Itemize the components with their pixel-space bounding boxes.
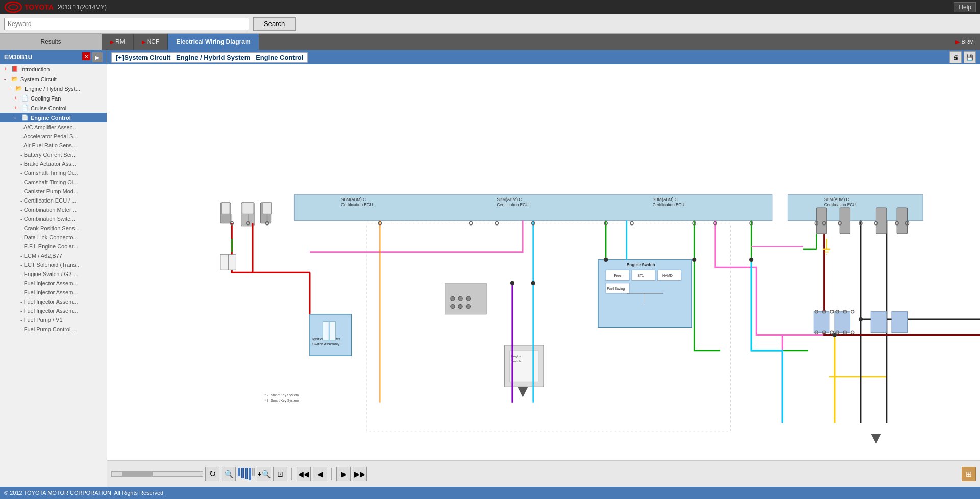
tab-ncf[interactable]: ▶ NCF [134, 34, 168, 50]
svg-point-0 [5, 2, 21, 12]
save-button[interactable]: 💾 [964, 51, 976, 63]
fit-button[interactable]: ⊡ [273, 467, 287, 481]
diagram-canvas[interactable]: SBM(ABM) C Certification ECU SBM(ABM) C … [107, 64, 980, 460]
zoom-bars [238, 468, 255, 480]
search-button[interactable]: Search [253, 17, 296, 31]
tab-brm[interactable]: ▶ BRM [949, 39, 980, 45]
expand-icon-cf: + [14, 95, 19, 101]
svg-point-44 [466, 304, 470, 308]
svg-rect-59 [222, 203, 230, 214]
sidebar-subitem-canister[interactable]: - Canister Pump Mod... [0, 187, 107, 196]
searchbar: Search [0, 14, 980, 34]
svg-rect-56 [840, 208, 850, 234]
help-button[interactable]: Help [954, 2, 976, 12]
sidebar-item-cruise-control[interactable]: + 📄 Cruise Control [0, 103, 107, 113]
next-button[interactable]: ▶ [336, 467, 351, 481]
sidebar-subitem-fuelpump[interactable]: - Fuel Pump / V1 [0, 315, 107, 325]
sidebar-header: EM30B1U ✕ ▶ [0, 50, 107, 64]
sidebar-subitem-ac[interactable]: - A/C Amplifier Assen... [0, 122, 107, 132]
sidebar-next-button[interactable]: ▶ [92, 52, 103, 62]
diagram-bottom-toolbar: ↻ 🔍 +🔍 ⊡ ◀◀ ◀ ▶ ▶▶ ⊞ [107, 460, 980, 487]
zoom-bar-3 [245, 468, 248, 479]
next-section-button[interactable]: ▶▶ [353, 467, 367, 481]
svg-rect-91 [892, 312, 908, 333]
zoom-out-button[interactable]: 🔍 [222, 467, 236, 481]
sidebar-subitem-fuel3[interactable]: - Fuel Injector Assem... [0, 297, 107, 306]
tab-diagram[interactable]: Electrical Wiring Diagram [168, 34, 259, 50]
svg-text:SBM(ABM) C: SBM(ABM) C [341, 197, 366, 202]
svg-rect-55 [816, 208, 826, 234]
zoom-bar-5 [252, 468, 255, 476]
search-input[interactable] [4, 18, 249, 30]
svg-text:SBM(ABM) C: SBM(ABM) C [824, 197, 849, 202]
sidebar-subitem-efi[interactable]: - E.F.I. Engine Coolar... [0, 242, 107, 251]
sidebar-subitem-ect[interactable]: - ECT Solenoid (Trans... [0, 260, 107, 269]
horizontal-scrollbar[interactable] [111, 471, 203, 477]
svg-point-41 [466, 296, 470, 301]
svg-text:Certification ECU: Certification ECU [341, 203, 373, 207]
svg-point-47 [510, 281, 514, 285]
zoom-bar-2 [241, 468, 244, 478]
doc-icon-cc: 📄 [21, 105, 29, 111]
svg-point-49 [692, 258, 696, 262]
sidebar-subitem-brake[interactable]: - Brake Actuator Ass... [0, 159, 107, 168]
sidebar-subitem-ecm[interactable]: - ECM / A62,B77 [0, 251, 107, 260]
svg-text:NAMD: NAMD [662, 274, 673, 278]
svg-point-50 [749, 258, 753, 262]
sidebar-subitem-crank[interactable]: - Crank Position Sens... [0, 223, 107, 233]
sidebar-subitem-fuel4[interactable]: - Fuel Injector Assem... [0, 306, 107, 315]
svg-rect-57 [876, 208, 886, 234]
refresh-button[interactable]: ↻ [205, 467, 219, 481]
zoom-in-button[interactable]: +🔍 [257, 467, 271, 481]
sidebar: EM30B1U ✕ ▶ + 📕 Introduction - 📂 System … [0, 50, 107, 487]
tab-rm[interactable]: ▶ RM [102, 34, 134, 50]
svg-text:SBM(ABM) C: SBM(ABM) C [497, 197, 522, 202]
sidebar-item-cooling-fan[interactable]: + 📄 Cooling Fan [0, 93, 107, 103]
footer-copyright: © 2012 TOYOTA MOTOR CORPORATION. All Rig… [4, 490, 165, 496]
sidebar-subitem-engineswitch[interactable]: - Engine Switch / G2-... [0, 269, 107, 279]
sidebar-item-introduction[interactable]: + 📕 Introduction [0, 64, 107, 74]
zoom-bar-4 [249, 468, 251, 480]
svg-point-43 [458, 304, 462, 308]
svg-text:* 3: Smart Key System: * 3: Smart Key System [264, 398, 299, 403]
topbar: TOYOTA 2013.11(2014MY) Help [0, 0, 980, 14]
sidebar-subitem-datalink[interactable]: - Data Link Connecto... [0, 233, 107, 242]
sidebar-subitem-cert[interactable]: - Certification ECU / ... [0, 196, 107, 205]
svg-text:Fuel Saving: Fuel Saving [607, 287, 625, 291]
sidebar-subitem-combswitch[interactable]: - Combination Switc... [0, 214, 107, 223]
print-button[interactable]: 🖨 [949, 51, 962, 63]
tabbar: Results ▶ RM ▶ NCF Electrical Wiring Dia… [0, 34, 980, 50]
page-expand-button[interactable]: ⊞ [962, 467, 976, 481]
prev-button[interactable]: ◀ [313, 467, 327, 481]
expand-icon: + [4, 66, 9, 72]
footer: © 2012 TOYOTA MOTOR CORPORATION. All Rig… [0, 487, 980, 499]
sidebar-close-button[interactable]: ✕ [82, 52, 90, 60]
tab-right: ▶ BRM [949, 34, 980, 50]
sidebar-subitem-fuel1[interactable]: - Fuel Injector Assem... [0, 279, 107, 288]
svg-text:ST1: ST1 [637, 274, 644, 278]
toyota-logo-icon [4, 1, 22, 13]
sidebar-subitem-combmeter[interactable]: - Combination Meter ... [0, 205, 107, 214]
diagram-title: [+]System Circuit Engine / Hybrid System… [111, 52, 308, 63]
sidebar-subitem-accel[interactable]: - Accelerator Pedal S... [0, 132, 107, 141]
bottom-controls: ↻ 🔍 +🔍 ⊡ ◀◀ ◀ ▶ ▶▶ ⊞ [111, 467, 976, 481]
right-buttons: ⊞ [962, 467, 976, 481]
sidebar-subitem-fuel2[interactable]: - Fuel Injector Assem... [0, 288, 107, 297]
doc-icon-cf: 📄 [21, 95, 29, 102]
sidebar-subitem-cam2[interactable]: - Camshaft Timing Oi... [0, 178, 107, 187]
sidebar-subitem-cam1[interactable]: - Camshaft Timing Oi... [0, 168, 107, 178]
sidebar-item-engine-control[interactable]: - 📄 Engine Control [0, 113, 107, 122]
svg-rect-58 [897, 208, 907, 234]
sidebar-item-engine-hybrid[interactable]: - 📂 Engine / Hybrid Syst... [0, 84, 107, 93]
sidebar-subitem-fuelpumpctrl[interactable]: - Fuel Pump Control ... [0, 325, 107, 334]
sidebar-subitem-airfuel[interactable]: - Air Fuel Ratio Sens... [0, 141, 107, 150]
folder-icon-eh: 📂 [15, 85, 22, 92]
year-label: 2013.11(2014MY) [58, 4, 107, 11]
sidebar-subitem-battery[interactable]: - Battery Current Ser... [0, 150, 107, 159]
separator2 [331, 468, 332, 480]
svg-point-52 [859, 317, 863, 321]
prev-section-button[interactable]: ◀◀ [297, 467, 311, 481]
svg-text:Certification ECU: Certification ECU [497, 203, 528, 207]
tab-results[interactable]: Results [0, 34, 102, 50]
sidebar-item-system-circuit[interactable]: - 📂 System Circuit [0, 74, 107, 84]
